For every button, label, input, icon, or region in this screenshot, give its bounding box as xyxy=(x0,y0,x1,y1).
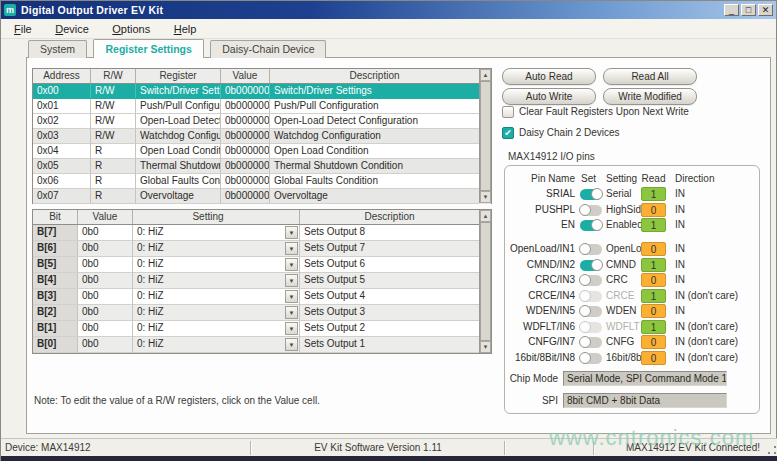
scroll-down-icon[interactable]: ▼ xyxy=(480,341,491,353)
register-cell-description: Overvoltage xyxy=(270,189,479,204)
register-cell-value[interactable]: 0b00000000 xyxy=(221,84,270,99)
bit-row[interactable]: B[6]0b00: HiZ▼Sets Output 7 xyxy=(33,241,491,257)
tab-daisy-chain-device[interactable]: Daisy-Chain Device xyxy=(210,40,326,58)
menu-options[interactable]: Options xyxy=(103,20,160,38)
status-bar: Device: MAX14912 EV Kit Software Version… xyxy=(1,438,777,457)
register-cell-rw: R xyxy=(91,159,136,174)
menu-bar: File Device Options Help xyxy=(1,19,776,39)
io-pins-group: Pin Name Set Setting Read Direction SRIA… xyxy=(504,165,760,414)
menu-help[interactable]: Help xyxy=(165,20,207,38)
register-row[interactable]: 0x07ROvervoltage0b00000000Overvoltage xyxy=(33,189,491,204)
window-bottom-edge xyxy=(1,456,777,461)
auto-write-button[interactable]: Auto Write xyxy=(502,88,596,105)
bit-setting-dropdown[interactable]: 0: HiZ▼ xyxy=(133,305,300,321)
menu-device[interactable]: Device xyxy=(46,20,99,38)
bit-cell-description: Sets Output 3 xyxy=(300,305,479,321)
toggle-switch[interactable] xyxy=(580,189,602,200)
toggle-knob xyxy=(579,243,591,255)
toggle-switch[interactable] xyxy=(580,220,602,231)
maximize-button[interactable]: □ xyxy=(741,4,756,16)
menu-file[interactable]: File xyxy=(5,20,42,38)
daisy-chain-checkbox[interactable]: ✔ Daisy Chain 2 Devices xyxy=(502,126,620,139)
io-pin-row: CMND/IN2CMND1IN xyxy=(509,258,759,273)
io-pin-direction: IN xyxy=(675,203,685,217)
bit-cell-bit: B[7] xyxy=(33,225,78,241)
bit-setting-dropdown[interactable]: 0: HiZ▼ xyxy=(133,257,300,273)
register-cell-description: Switch/Driver Settings xyxy=(270,84,479,99)
dropdown-arrow-icon[interactable]: ▼ xyxy=(285,290,298,303)
tab-system[interactable]: System xyxy=(28,40,87,58)
register-row[interactable]: 0x04ROpen Load Condition0b00000000Open L… xyxy=(33,144,491,159)
scrollbar-thumb[interactable] xyxy=(480,222,491,341)
bit-row[interactable]: B[1]0b00: HiZ▼Sets Output 2 xyxy=(33,321,491,337)
register-row[interactable]: 0x00R/WSwitch/Driver Settings0b00000000S… xyxy=(33,84,491,99)
bit-table-scrollbar[interactable]: ▲ ▼ xyxy=(479,210,491,353)
register-cell-value[interactable]: 0b00000000 xyxy=(221,129,270,144)
toggle-switch[interactable] xyxy=(580,337,602,348)
register-row[interactable]: 0x02R/WOpen-Load Detect Confi...0b000000… xyxy=(33,114,491,129)
register-cell-value[interactable]: 0b00000000 xyxy=(221,99,270,114)
clear-fault-checkbox[interactable]: Clear Fault Registers Upon Next Write xyxy=(502,105,689,118)
bit-setting-dropdown[interactable]: 0: HiZ▼ xyxy=(133,225,300,241)
toggle-switch[interactable] xyxy=(580,275,602,286)
scroll-up-icon[interactable]: ▲ xyxy=(480,210,491,222)
dropdown-arrow-icon[interactable]: ▼ xyxy=(285,258,298,271)
checkbox-box[interactable]: ✔ xyxy=(502,127,514,139)
bit-row[interactable]: B[0]0b00: HiZ▼Sets Output 1 xyxy=(33,337,491,353)
bit-setting-dropdown[interactable]: 0: HiZ▼ xyxy=(133,337,300,353)
bit-row[interactable]: B[7]0b00: HiZ▼Sets Output 8 xyxy=(33,225,491,241)
bit-row[interactable]: B[2]0b00: HiZ▼Sets Output 3 xyxy=(33,305,491,321)
bit-cell-description: Sets Output 7 xyxy=(300,241,479,257)
register-row[interactable]: 0x05RThermal Shutdown Con...0b00000000Th… xyxy=(33,159,491,174)
register-cell-value[interactable]: 0b00000000 xyxy=(221,189,270,204)
auto-read-button[interactable]: Auto Read xyxy=(502,68,596,85)
dropdown-arrow-icon[interactable]: ▼ xyxy=(285,242,298,255)
register-row[interactable]: 0x06RGlobal Faults Condition0b00000000Gl… xyxy=(33,174,491,189)
toggle-switch[interactable] xyxy=(580,260,602,271)
register-cell-value[interactable]: 0b00000000 xyxy=(221,174,270,189)
resize-grip[interactable] xyxy=(767,445,776,454)
bit-cell-description: Sets Output 1 xyxy=(300,337,479,353)
register-row[interactable]: 0x03R/WWatchdog Configuration0b00000000W… xyxy=(33,129,491,144)
read-all-button[interactable]: Read All xyxy=(603,68,697,85)
register-cell-value[interactable]: 0b00000000 xyxy=(221,114,270,129)
bit-row[interactable]: B[5]0b00: HiZ▼Sets Output 6 xyxy=(33,257,491,273)
register-table-scrollbar[interactable]: ▲ ▼ xyxy=(479,69,491,203)
bit-row[interactable]: B[4]0b00: HiZ▼Sets Output 5 xyxy=(33,273,491,289)
bit-setting-dropdown[interactable]: 0: HiZ▼ xyxy=(133,273,300,289)
io-pin-setting-label: Serial xyxy=(606,187,632,201)
register-cell-value[interactable]: 0b00000000 xyxy=(221,159,270,174)
bit-setting-dropdown[interactable]: 0: HiZ▼ xyxy=(133,289,300,305)
dropdown-arrow-icon[interactable]: ▼ xyxy=(285,338,298,351)
write-modified-button[interactable]: Write Modified xyxy=(603,88,697,105)
status-connection: MAX14912 EV Kit Connected! xyxy=(510,439,760,457)
tab-register-settings[interactable]: Register Settings xyxy=(93,39,203,58)
minimize-button[interactable]: _ xyxy=(724,4,739,16)
spi-row: SPI 8bit CMD + 8bit Data xyxy=(509,393,759,410)
scroll-down-icon[interactable]: ▼ xyxy=(480,191,491,203)
col-header-value: Value xyxy=(221,69,270,83)
checkbox-box[interactable] xyxy=(502,106,514,118)
dropdown-arrow-icon[interactable]: ▼ xyxy=(285,274,298,287)
bit-cell-bit: B[3] xyxy=(33,289,78,305)
dropdown-arrow-icon[interactable]: ▼ xyxy=(285,322,298,335)
col-header-setting: Setting xyxy=(133,210,300,224)
scrollbar-thumb[interactable] xyxy=(480,81,491,191)
chip-mode-row: Chip Mode Serial Mode, SPI Command Mode … xyxy=(509,371,759,388)
bit-row[interactable]: B[3]0b00: HiZ▼Sets Output 4 xyxy=(33,289,491,305)
toggle-switch[interactable] xyxy=(580,306,602,317)
register-cell-description: Thermal Shutdown Condition xyxy=(270,159,479,174)
scroll-up-icon[interactable]: ▲ xyxy=(480,69,491,81)
register-cell-register: Open-Load Detect Confi... xyxy=(136,114,221,129)
bit-setting-dropdown[interactable]: 0: HiZ▼ xyxy=(133,241,300,257)
toggle-switch[interactable] xyxy=(580,205,602,216)
bit-setting-dropdown[interactable]: 0: HiZ▼ xyxy=(133,321,300,337)
dropdown-arrow-icon[interactable]: ▼ xyxy=(285,226,298,239)
close-button[interactable]: ✕ xyxy=(758,4,773,16)
dropdown-arrow-icon[interactable]: ▼ xyxy=(285,306,298,319)
io-pin-setting-label: WDFLT xyxy=(606,320,640,334)
register-cell-value[interactable]: 0b00000000 xyxy=(221,144,270,159)
toggle-switch[interactable] xyxy=(580,244,602,255)
register-row[interactable]: 0x01R/WPush/Pull Configuration0b00000000… xyxy=(33,99,491,114)
toggle-switch[interactable] xyxy=(580,353,602,364)
